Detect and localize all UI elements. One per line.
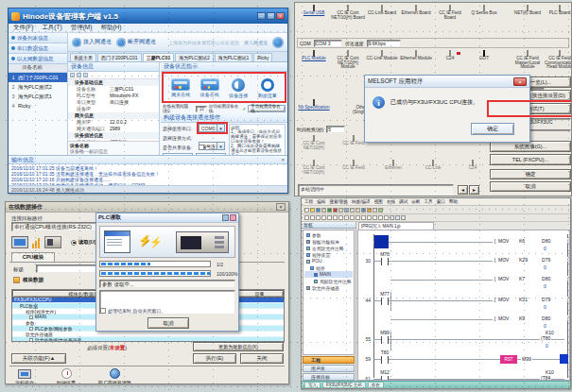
route-next-button[interactable]: ► [469, 185, 479, 195]
tab-siemens[interactable]: 西门子200PLC01 [97, 53, 142, 61]
toolbar-icon[interactable] [310, 208, 315, 213]
route-ccie-cont[interactable]: CC IE Cont NET/10(H) [297, 137, 331, 150]
toolbar-icon[interactable] [321, 208, 326, 213]
toolbar-icon[interactable] [395, 215, 400, 220]
tree-item[interactable]: MAIN [304, 271, 353, 278]
connect-channel-button[interactable]: 接入网通道 [72, 38, 112, 47]
mov-instruction[interactable]: MOVK9D80 [493, 315, 570, 321]
toolbar-icon[interactable] [327, 208, 332, 213]
toolbar-icon[interactable] [373, 215, 377, 220]
hinode-titlebar[interactable]: Hinode设备管理客户端 v1.5 ─ □ × [9, 9, 287, 24]
sidebar-section-serial[interactable]: 串口数据信息 [9, 43, 67, 54]
other-no-specification[interactable]: No Specification [297, 101, 331, 111]
prop-row[interactable]: 网关通讯端口2989 [68, 126, 159, 132]
if-got[interactable]: GOT [467, 52, 501, 61]
if-ethernet-module[interactable]: Ethernet Module [399, 52, 433, 61]
toolbar-icon[interactable] [333, 215, 338, 220]
device-row[interactable]: 2海为PLC测试2 [9, 82, 67, 92]
menu-edit[interactable]: 编辑 [317, 199, 325, 204]
coroute-ccie-field[interactable]: CC IE Field [337, 162, 371, 171]
route-prev-button[interactable]: ◄ [458, 185, 468, 195]
if-ccie-field-head[interactable]: CC IE Field Communication Head Module [543, 52, 572, 70]
device-row[interactable]: 1西门子200PLC01 [9, 73, 67, 82]
contact-symbol[interactable] [381, 298, 389, 305]
menu-manage[interactable]: 管理(M) [71, 24, 93, 32]
toolbar-icon[interactable] [304, 208, 309, 213]
device-row[interactable]: 4Ricky [9, 101, 67, 111]
ladder-cursor-cell[interactable] [374, 235, 389, 248]
toolbar-icon[interactable] [378, 215, 383, 220]
tree-item[interactable]: POU [304, 258, 353, 264]
update-latest-button[interactable]: 更新为最新信息(X) [193, 342, 284, 351]
toolbar-icon[interactable] [333, 208, 338, 213]
toolbar-icon[interactable] [390, 215, 394, 220]
manual-check-button[interactable]: 手动检测设备在线 [248, 105, 286, 112]
menu-find[interactable]: 搜索/替换 [329, 199, 348, 204]
toolbar-icon[interactable] [378, 208, 383, 213]
tab-haiwei1[interactable]: 海为PLC测试1 [215, 53, 253, 61]
mov-instruction[interactable]: MOVK7D80 [493, 276, 570, 281]
toolbar-icon[interactable] [304, 215, 309, 220]
if-cclink-module[interactable]: CC-Link Module [365, 52, 399, 61]
property-toolbar[interactable] [68, 72, 159, 79]
toolbar-icon[interactable] [344, 208, 349, 213]
cpu-module-tab[interactable]: CPU模块 [11, 252, 55, 262]
interval-input[interactable]: 10 [196, 106, 206, 112]
progress-close-icon[interactable] [230, 214, 236, 221]
if-serial-usb[interactable]: Serial USB [297, 7, 331, 16]
prop-group[interactable]: 设备基础信息 [68, 79, 159, 86]
menu-online[interactable]: 在线 [387, 199, 395, 204]
progress-titlebar[interactable]: PLC读取 [96, 213, 238, 223]
progress-minimize-icon[interactable] [222, 214, 229, 221]
sidebar-section-ethernet[interactable]: 以太网数据信息 [9, 54, 67, 64]
nav-button-project[interactable]: 工程 [303, 356, 355, 364]
minimize-button[interactable]: ─ [257, 12, 266, 20]
tree-item[interactable]: 局部软元件注释 [304, 278, 353, 284]
prop-row[interactable]: PLC型号Mitsubishi-FX [68, 93, 159, 99]
sidebar-section-devices[interactable]: 设备列表信息 [9, 33, 67, 43]
tree-item[interactable]: 智能功能模块 [304, 238, 353, 245]
disconnect-channel-button[interactable]: 断开网通道 [116, 38, 156, 47]
menu-help[interactable]: 帮助 [449, 199, 458, 204]
if-ccie-cont-board[interactable]: CC IE Cont NET/10(H) Board [331, 7, 365, 20]
nav-button-connection[interactable]: 连接目标 [303, 373, 355, 381]
toolbar-icon[interactable] [367, 208, 372, 213]
device-row[interactable]: 3海为PLC测试1 [9, 92, 67, 101]
menu-file[interactable]: 文件(F) [13, 24, 33, 32]
prop-row[interactable]: 设备IP [68, 106, 159, 112]
if-cclink-board[interactable]: CC-Link Board [365, 7, 399, 16]
related-functions-button[interactable]: 关联功能(F)▲ [11, 353, 66, 364]
if-plc-module[interactable]: PLC Module [297, 52, 331, 61]
melsoft-dialog-titlebar[interactable]: MELSOFT 应用程序 × [365, 76, 529, 88]
melsoft-ok-button[interactable]: 确定 [471, 123, 514, 135]
share-checkbox[interactable] [199, 145, 204, 150]
menu-diagnostics[interactable]: 诊断 [411, 199, 420, 204]
auto-check-icon[interactable]: ✓ [243, 107, 247, 111]
toolbar-icon[interactable] [401, 215, 406, 220]
if-ccie-cont-module[interactable]: CC IE Cont NET/10(H) Module [331, 52, 365, 70]
toolbar-icon[interactable] [361, 215, 366, 220]
ladder-document-tab[interactable]: [PRG]写入 MAIN 1步 [358, 222, 434, 230]
menu-tool[interactable]: 工具 [424, 199, 432, 204]
prop-row[interactable]: 网关IP12.0.0.2 [68, 119, 159, 126]
menu-view[interactable]: 视图 [374, 199, 383, 204]
toolbar-icon[interactable] [355, 208, 360, 213]
coroute-cclink[interactable]: CC-Link [416, 162, 450, 171]
remote-operation-button[interactable]: 远程操作 [15, 369, 34, 385]
toolbar-icon[interactable] [316, 215, 321, 220]
col-header-size[interactable]: 容量 [235, 290, 284, 298]
close-button[interactable]: × [276, 12, 285, 20]
if-ccie-field-board[interactable]: CC IE Field Board [433, 7, 467, 20]
toolbar-icon[interactable] [338, 215, 343, 220]
plc-memory-clear-button[interactable]: PLC存储器清除 [98, 368, 131, 384]
tab-ricky[interactable]: Ricky [253, 53, 272, 61]
edit-cursor-cell[interactable] [560, 354, 568, 364]
com-value[interactable]: COM 3 [314, 40, 342, 47]
toolbar-icon[interactable] [316, 208, 321, 213]
melsoft-close-button[interactable]: × [513, 77, 527, 86]
if-net2-board[interactable]: NET(II) Board [511, 7, 545, 16]
tab-haiwei2[interactable]: 海为PLC测试2 [175, 53, 214, 61]
coroute-ethernet[interactable]: Ethernet [376, 162, 410, 171]
tree-item[interactable]: 程序 [304, 264, 353, 271]
toolbar-icon[interactable] [350, 215, 355, 220]
